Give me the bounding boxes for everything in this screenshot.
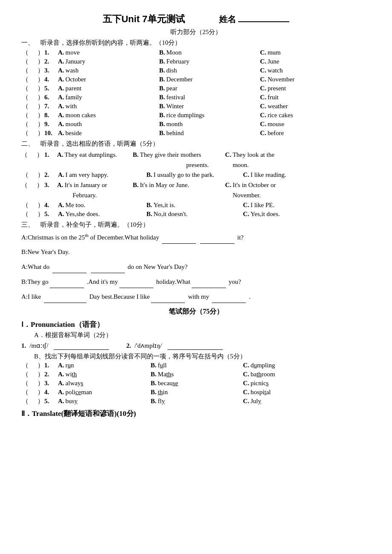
choice-c-text: weather	[268, 103, 288, 110]
choice-a-label: A.	[58, 49, 64, 56]
part3-fill: A:Christmas is on the 25th of December.W…	[21, 231, 371, 303]
choice-a-text: October	[66, 76, 159, 83]
answer-blank[interactable]	[29, 85, 37, 92]
phonetic-num-2: 2.	[126, 342, 131, 349]
choice-c-text: mouse	[268, 121, 284, 128]
choice-a-text: January	[66, 58, 159, 65]
part3-fill-line: B:They go .And it's my holiday.What you?	[21, 275, 371, 288]
part3-header: 三、 听录音，补全句子，听两遍。（10分）	[21, 221, 371, 229]
open-paren: （	[21, 58, 29, 66]
choice-b-text: Winter	[166, 103, 260, 110]
choice-a-label: A.	[58, 85, 64, 92]
part1-question-row: （ ） 6. A. family B. festival C. fruit	[21, 93, 371, 101]
choice-c-text: before	[268, 130, 284, 137]
question-number: 5.	[44, 85, 58, 92]
choice-a-label: A.	[58, 76, 64, 83]
question-number: 7.	[44, 103, 58, 110]
choice-c-label: C.	[260, 85, 266, 92]
answer-blank[interactable]	[29, 112, 37, 119]
choice-b-text: rice dumplings	[166, 112, 260, 119]
name-label: 姓名	[219, 14, 289, 25]
choice-c-text: rice cakes	[268, 112, 293, 119]
part2-header: 二、 听录音，选出相应的答语，听两遍（5分）	[21, 140, 371, 148]
answer-blank[interactable]	[29, 94, 37, 101]
choice-a-label: A.	[58, 103, 64, 110]
roman1-b-question-row: （ ） 3. A. always B. because C. picnics	[21, 379, 371, 387]
question-number: 8.	[44, 112, 58, 119]
open-paren: （	[21, 93, 29, 101]
open-paren: （	[21, 49, 29, 57]
choice-c-label: C.	[260, 94, 266, 101]
answer-blank[interactable]	[29, 49, 37, 56]
phonetic-item-2: 2. /'dʌmplɪŋ/	[126, 342, 223, 350]
close-paren: ）	[37, 75, 44, 84]
question-number: 2.	[44, 58, 58, 65]
part1-questions: （ ） 1. A. move B. Moon C. mum （ ） 2. A. …	[21, 49, 371, 137]
roman2-title: Ⅱ．Translate(翻译短语和谚语)(10分)	[21, 409, 371, 418]
choice-b-label: B.	[159, 103, 165, 110]
choice-c-label: C.	[260, 112, 266, 119]
open-paren: （	[21, 120, 29, 128]
choice-a-label: A.	[58, 130, 64, 137]
roman1-b-question-row: （ ） 2. A. with B. Maths C. bathroom	[21, 370, 371, 378]
answer-blank[interactable]	[29, 130, 37, 137]
close-paren: ）	[37, 102, 44, 110]
choice-a-text: family	[66, 94, 159, 101]
answer-blank[interactable]	[29, 76, 37, 83]
part2-q1: （ ） 1. A. They eat dumplings. B. They gi…	[21, 150, 371, 170]
choice-b-text: behind	[166, 130, 260, 137]
choice-a-label: A.	[58, 67, 64, 74]
name-underline[interactable]	[238, 21, 289, 22]
roman1-b-questions: （ ） 1. A. run B. full C. dumpling （ ） 2.…	[21, 361, 371, 405]
choice-b-label: B.	[159, 112, 165, 119]
choice-b-label: B.	[159, 67, 165, 74]
question-number: 4.	[44, 76, 58, 83]
title-row: 五下Unit 7单元测试 姓名	[21, 13, 371, 26]
phonetic-answer-1[interactable]	[54, 342, 109, 350]
choice-a-label: A.	[58, 121, 64, 128]
part1-question-row: （ ） 9. A. mouth B. month C. mouse	[21, 120, 371, 128]
roman1-b-question-row: （ ） 4. A. policeman B. thin C. hospital	[21, 388, 371, 396]
choice-c-label: C.	[260, 67, 266, 74]
choice-c-label: C.	[260, 121, 266, 128]
close-paren: ）	[37, 120, 44, 128]
choice-c-text: present	[268, 85, 286, 92]
part1-question-row: （ ） 2. A. January B. February C. June	[21, 58, 371, 66]
choice-b-label: B.	[159, 130, 165, 137]
part2-q3: （ ） 3. A. It's in January or February. B…	[21, 180, 371, 200]
answer-blank[interactable]	[29, 103, 37, 110]
choice-c-label: C.	[260, 130, 266, 137]
choice-c-text: watch	[268, 67, 283, 74]
choice-b-text: dish	[166, 67, 260, 74]
answer-blank[interactable]	[29, 67, 37, 74]
listening-section-header: 听力部分（25分）	[21, 28, 371, 36]
choice-c-text: fruit	[268, 94, 279, 101]
question-number: 3.	[44, 67, 58, 74]
choice-c-text: November	[268, 76, 294, 83]
close-paren: ）	[37, 129, 44, 137]
open-paren: （	[21, 129, 29, 137]
part1-question-row: （ ） 1. A. move B. Moon C. mum	[21, 49, 371, 57]
part3-fill-line: B:New Year's Day.	[21, 245, 371, 258]
choice-b-label: B.	[159, 76, 165, 83]
answer-blank[interactable]	[29, 121, 37, 128]
part1-question-row: （ ） 5. A. parent B. pear C. present	[21, 84, 371, 92]
part3-fill-line: A:Christmas is on the 25th of December.W…	[21, 231, 371, 244]
close-paren: ）	[37, 84, 44, 92]
close-paren: ）	[37, 49, 44, 57]
part1-question-row: （ ） 3. A. wash B. dish C. watch	[21, 66, 371, 75]
choice-b-label: B.	[159, 121, 165, 128]
close-paren: ）	[37, 93, 44, 101]
choice-b-text: pear	[166, 85, 260, 92]
choice-b-text: Moon	[166, 49, 260, 56]
phonetic-item-1: 1. /mɑːtʃ/	[21, 342, 109, 350]
phonetic-answer-2[interactable]	[167, 342, 223, 350]
choice-c-label: C.	[260, 49, 266, 56]
part1-question-row: （ ） 4. A. October B. December C. Novembe…	[21, 75, 371, 84]
choice-c-label: C.	[260, 103, 266, 110]
choice-a-label: A.	[58, 94, 64, 101]
roman1-b-header: B、找出下列每组单词划线部分读音不同的一项，将序号写在括号内（5分）	[34, 352, 371, 361]
answer-blank[interactable]	[29, 58, 37, 65]
question-number: 6.	[44, 94, 58, 101]
open-paren: （	[21, 75, 29, 84]
